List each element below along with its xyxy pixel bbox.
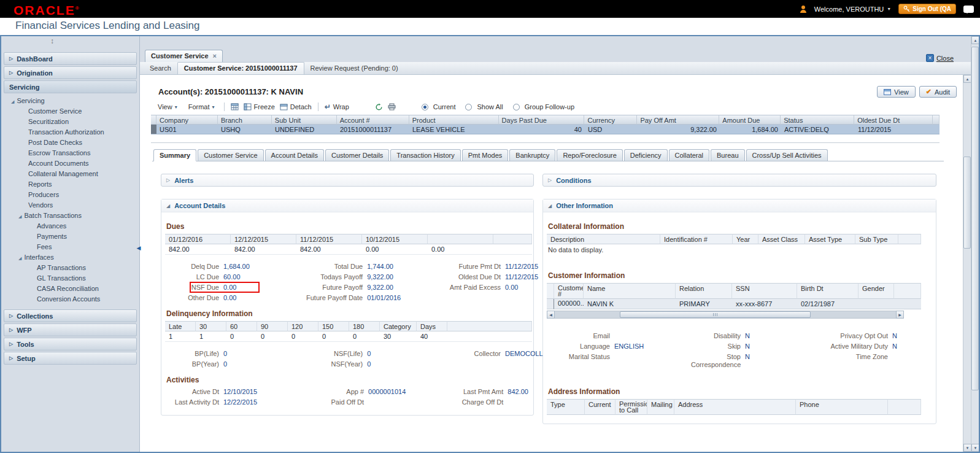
view-button[interactable]: View <box>877 86 916 98</box>
tree-item-escrow-transactions[interactable]: Escrow Transactions <box>1 148 139 158</box>
tree-item-customer-service[interactable]: Customer Service <box>1 106 139 117</box>
tree-item-payments[interactable]: Payments <box>1 231 139 242</box>
scroll-down-icon[interactable]: ▼ <box>963 444 971 452</box>
customer-row[interactable]: 000000... NAVIN K PRIMARY xx-xxx-8677 02… <box>547 299 921 309</box>
window-tab-customer-service[interactable]: Customer Service × <box>145 50 223 62</box>
tree-node-interfaces[interactable]: ◢Interfaces <box>1 252 139 263</box>
format-menu[interactable]: Format▾ <box>185 103 218 111</box>
content-scrollbar-track[interactable] <box>963 83 971 444</box>
view-menu[interactable]: View▾ <box>155 103 180 111</box>
sign-out-button[interactable]: Sign Out (QA <box>898 4 956 14</box>
tree-item-casa-reconciliation[interactable]: CASA Reconciliation <box>1 284 139 294</box>
tab-repo-foreclosure[interactable]: Repo/Foreclosure <box>557 149 622 161</box>
radio-group-follow-up[interactable] <box>513 104 520 110</box>
tab-cross-up-sell[interactable]: Cross/Up Sell Activities <box>746 149 828 161</box>
tree-item-ap-transactions[interactable]: AP Transactions <box>1 263 139 273</box>
scroll-left-icon[interactable]: ◀ <box>547 311 555 319</box>
tree-node-servicing[interactable]: ◢Servicing <box>1 96 139 106</box>
collapse-sidebar-arrow[interactable]: ◀ <box>136 238 142 258</box>
tab-collateral[interactable]: Collateral <box>669 149 709 161</box>
wrap-button[interactable]: ↵ Wrap <box>325 103 349 111</box>
tree-item-conversion-accounts[interactable]: Conversion Accounts <box>1 294 139 304</box>
scroll-up-icon[interactable]: ▲ <box>963 75 971 83</box>
tree-item-account-documents[interactable]: Account Documents <box>1 158 139 169</box>
sidebar-item-dashboard[interactable]: ▷ DashBoard <box>4 52 137 65</box>
page-scrollbar-track[interactable] <box>971 44 979 444</box>
tab-account-details[interactable]: Account Details <box>265 149 324 161</box>
sidebar-item-servicing[interactable]: Servicing <box>4 80 137 93</box>
tree-item-transaction-authorization[interactable]: Transaction Authorization <box>1 127 139 137</box>
content-scrollbar-thumb[interactable] <box>963 157 971 249</box>
content-scrollbar[interactable]: ▲ ▼ <box>963 75 971 452</box>
refresh-icon[interactable] <box>375 103 383 111</box>
sidebar-item-wfp[interactable]: ▷ WFP <box>4 323 137 336</box>
tree-node-batch-transactions[interactable]: ◢Batch Transactions <box>1 211 139 221</box>
tree-item-gl-transactions[interactable]: GL Transactions <box>1 273 139 284</box>
page-scrollbar-thumb[interactable] <box>971 47 979 390</box>
radio-show-all-label[interactable]: Show All <box>477 103 503 110</box>
tab-search[interactable]: Search <box>144 63 177 74</box>
activities-fields: Active Dt12/10/2015 Last Activity Dt12/2… <box>165 388 528 406</box>
sidebar-item-origination[interactable]: ▷ Origination <box>4 66 137 79</box>
tab-bankruptcy[interactable]: Bankruptcy <box>509 149 555 161</box>
tree-item-securitization[interactable]: Securitization <box>1 117 139 127</box>
tab-summary[interactable]: Summary <box>153 149 196 161</box>
tree-item-reports[interactable]: Reports <box>1 179 139 190</box>
tab-customer-service-account[interactable]: Customer Service: 20151000011137 <box>177 62 304 74</box>
radio-group-follow-up-label[interactable]: Group Follow-up <box>525 103 574 110</box>
tree-item-collateral-management[interactable]: Collateral Management <box>1 169 139 179</box>
tab-deficiency[interactable]: Deficiency <box>624 149 668 161</box>
radio-current-label[interactable]: Current <box>433 103 456 110</box>
column-header-days-past-due[interactable]: Days Past Due <box>499 115 585 125</box>
detach-button[interactable]: Detach <box>280 103 312 110</box>
column-header-oldest-due-dt[interactable]: Oldest Due Dt <box>854 115 933 125</box>
column-header-amount-due[interactable]: Amount Due <box>719 115 781 125</box>
audit-button[interactable]: ✔ Audit <box>919 86 957 98</box>
print-icon[interactable] <box>388 103 396 110</box>
column-header-account-number[interactable]: Account # <box>337 115 409 125</box>
close-tab-icon[interactable]: × <box>213 52 217 60</box>
scroll-down-icon[interactable]: ▼ <box>971 444 979 452</box>
column-header-product[interactable]: Product <box>409 115 499 125</box>
page-scrollbar[interactable]: ▲ ▼ <box>971 36 979 452</box>
hscroll-track[interactable] <box>555 311 896 319</box>
column-header-pay-off-amt[interactable]: Pay Off Amt <box>637 115 719 125</box>
radio-current[interactable] <box>422 104 428 110</box>
hscroll-thumb[interactable] <box>620 311 811 318</box>
tab-review-request[interactable]: Review Request (Pending: 0) <box>304 63 404 74</box>
tab-pmt-modes[interactable]: Pmt Modes <box>462 149 509 161</box>
radio-show-all[interactable] <box>465 104 472 110</box>
account-row-selected[interactable]: US01 USHQ UNDEFINED 20151000011137 LEASE… <box>151 125 939 134</box>
welcome-user-menu[interactable]: Welcome, VEROUTHU ▼ <box>814 6 891 13</box>
alerts-disclosure[interactable]: ▷ Alerts <box>161 174 534 187</box>
sidebar-item-collections[interactable]: ▷ Collections <box>4 309 137 322</box>
chat-bubble-icon[interactable] <box>963 6 974 13</box>
tab-transaction-history[interactable]: Transaction History <box>390 149 460 161</box>
splitter-handle-icon[interactable]: ↕ <box>50 37 54 45</box>
customer-col: Relation <box>676 283 732 299</box>
sidebar-item-tools[interactable]: ▷ Tools <box>4 338 137 350</box>
export-spreadsheet-icon[interactable] <box>231 103 239 110</box>
tree-item-vendors[interactable]: Vendors <box>1 200 139 211</box>
customer-table-hscrollbar[interactable]: ◀ ▶ <box>547 311 904 319</box>
freeze-button[interactable]: Freeze <box>244 103 275 110</box>
column-header-currency[interactable]: Currency <box>584 115 637 125</box>
column-header-branch[interactable]: Branch <box>218 115 272 125</box>
tree-item-post-date-checks[interactable]: Post Date Checks <box>1 137 139 148</box>
conditions-disclosure[interactable]: ▷ Conditions <box>542 174 936 187</box>
tab-customer-details[interactable]: Customer Details <box>325 149 389 161</box>
tab-customer-service[interactable]: Customer Service <box>198 149 263 161</box>
column-header-status[interactable]: Status <box>781 115 854 125</box>
tree-item-advances[interactable]: Advances <box>1 221 139 231</box>
tab-bureau[interactable]: Bureau <box>711 149 744 161</box>
scroll-up-icon[interactable]: ▲ <box>971 36 979 44</box>
account-details-disclosure[interactable]: ◢ Account Details <box>161 199 533 212</box>
close-button[interactable]: × Close <box>926 54 954 62</box>
column-header-company[interactable]: Company <box>156 115 218 125</box>
tree-item-producers[interactable]: Producers <box>1 190 139 200</box>
tree-item-fees[interactable]: Fees <box>1 242 139 252</box>
sidebar-item-setup[interactable]: ▷ Setup <box>4 352 137 365</box>
other-information-disclosure[interactable]: ◢ Other Information <box>543 199 936 212</box>
scroll-right-icon[interactable]: ▶ <box>896 311 904 319</box>
column-header-sub-unit[interactable]: Sub Unit <box>272 115 337 125</box>
